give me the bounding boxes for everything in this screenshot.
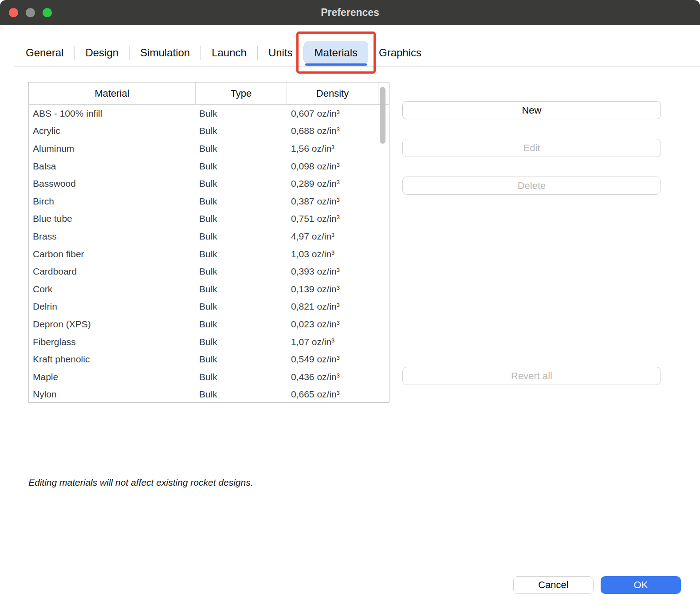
cell-density: 0,751 oz/in³ [287,213,389,224]
revert-all-button[interactable]: Revert all [402,367,661,385]
cell-material: Carbon fiber [29,249,196,259]
cell-material: Kraft phenolic [29,354,196,365]
table-row[interactable]: Aluminum Bulk 1,56 oz/in³ [29,140,389,157]
cell-type: Bulk [196,266,287,277]
cell-density: 0,688 oz/in³ [287,126,389,136]
tab-materials-label: Materials [315,47,358,59]
column-header-density[interactable]: Density [287,83,378,104]
table-row[interactable]: Birch Bulk 0,387 oz/in³ [29,193,389,210]
cell-type: Bulk [196,389,287,400]
tab-graphics[interactable]: Graphics [368,41,432,64]
traffic-lights [9,0,52,25]
table-scrollbar-thumb[interactable] [380,87,385,144]
cancel-button[interactable]: Cancel [513,576,594,594]
cell-material: Depron (XPS) [29,319,196,330]
tab-units[interactable]: Units [258,41,303,64]
cell-material: Cork [29,284,196,295]
cell-material: Cardboard [29,266,196,277]
table-row[interactable]: Fiberglass Bulk 1,07 oz/in³ [29,333,389,351]
cell-density: 0,023 oz/in³ [287,319,389,330]
cell-material: Maple [29,372,196,382]
cell-type: Bulk [196,196,287,207]
preferences-window: Preferences General Design Simulation La… [0,0,700,613]
table-header: Material Type Density [29,83,389,105]
table-row[interactable]: Kraft phenolic Bulk 0,549 oz/in³ [29,350,389,368]
table-row[interactable]: Maple Bulk 0,436 oz/in³ [29,368,389,386]
cell-type: Bulk [196,319,287,330]
tab-design[interactable]: Design [75,41,129,64]
table-row[interactable]: Blue tube Bulk 0,751 oz/in³ [29,210,389,228]
tab-launch[interactable]: Launch [201,41,257,64]
cell-type: Bulk [196,354,287,365]
cell-material: Delrin [29,301,196,312]
cell-type: Bulk [196,284,287,295]
cell-material: Nylon [29,389,196,400]
cell-density: 0,665 oz/in³ [287,389,389,400]
cell-density: 1,03 oz/in³ [287,249,389,259]
table-row[interactable]: Basswood Bulk 0,289 oz/in³ [29,175,389,193]
window-title: Preferences [321,7,379,19]
table-row[interactable]: Cardboard Bulk 0,393 oz/in³ [29,263,389,280]
table-row[interactable]: Nylon Bulk 0,665 oz/in³ [29,386,389,403]
tab-simulation[interactable]: Simulation [130,41,201,64]
cell-material: Basswood [29,178,196,189]
table-body: ABS - 100% infill Bulk 0,607 oz/in³ Acry… [29,105,389,402]
cell-type: Bulk [196,372,287,382]
cell-density: 0,436 oz/in³ [287,372,389,382]
cell-density: 0,607 oz/in³ [287,108,389,119]
delete-button[interactable]: Delete [402,177,661,195]
cell-type: Bulk [196,143,287,154]
cell-type: Bulk [196,161,287,172]
cell-density: 0,289 oz/in³ [287,178,389,189]
new-button[interactable]: New [402,101,661,119]
cell-type: Bulk [196,178,287,189]
close-button[interactable] [9,8,18,17]
cell-density: 0,139 oz/in³ [287,284,389,295]
ok-button[interactable]: OK [601,576,681,594]
cell-material: Balsa [29,161,196,172]
materials-table: Material Type Density ABS - 100% infill … [28,82,389,403]
titlebar: Preferences [0,0,700,25]
cell-material: Blue tube [29,213,196,224]
cell-material: Fiberglass [29,337,196,347]
cell-density: 1,56 oz/in³ [287,143,389,154]
cell-density: 0,821 oz/in³ [287,301,389,312]
cell-density: 4,97 oz/in³ [287,231,389,242]
cell-type: Bulk [196,213,287,224]
tab-general[interactable]: General [15,41,74,64]
tab-bar: General Design Simulation Launch Units M… [15,39,432,67]
cell-density: 0,549 oz/in³ [287,354,389,365]
cell-density: 0,098 oz/in³ [287,161,389,172]
cell-density: 0,393 oz/in³ [287,266,389,277]
edit-button[interactable]: Edit [402,139,661,157]
tab-selected-underline [305,63,367,66]
table-row[interactable]: Carbon fiber Bulk 1,03 oz/in³ [29,245,389,263]
table-row[interactable]: Depron (XPS) Bulk 0,023 oz/in³ [29,315,389,333]
cell-type: Bulk [196,301,287,312]
column-header-type[interactable]: Type [196,83,287,104]
cell-material: Birch [29,196,196,207]
cell-type: Bulk [196,126,287,136]
table-row[interactable]: Acrylic Bulk 0,688 oz/in³ [29,122,389,140]
cell-type: Bulk [196,337,287,347]
cell-type: Bulk [196,231,287,242]
cell-material: ABS - 100% infill [29,108,196,119]
table-row[interactable]: Delrin Bulk 0,821 oz/in³ [29,298,389,316]
table-row[interactable]: Balsa Bulk 0,098 oz/in³ [29,157,389,175]
table-row[interactable]: Cork Bulk 0,139 oz/in³ [29,280,389,298]
minimize-button[interactable] [26,8,35,17]
cell-material: Aluminum [29,143,196,154]
cell-density: 1,07 oz/in³ [287,337,389,347]
table-row[interactable]: ABS - 100% infill Bulk 0,607 oz/in³ [29,105,389,122]
zoom-button[interactable] [43,8,52,17]
cell-material: Brass [29,231,196,242]
cell-type: Bulk [196,249,287,259]
cell-density: 0,387 oz/in³ [287,196,389,207]
cell-type: Bulk [196,108,287,119]
cell-material: Acrylic [29,126,196,136]
tab-materials[interactable]: Materials [304,41,368,64]
column-header-material[interactable]: Material [29,83,196,104]
materials-note: Editing materials will not affect existi… [28,477,253,488]
table-row[interactable]: Brass Bulk 4,97 oz/in³ [29,228,389,245]
